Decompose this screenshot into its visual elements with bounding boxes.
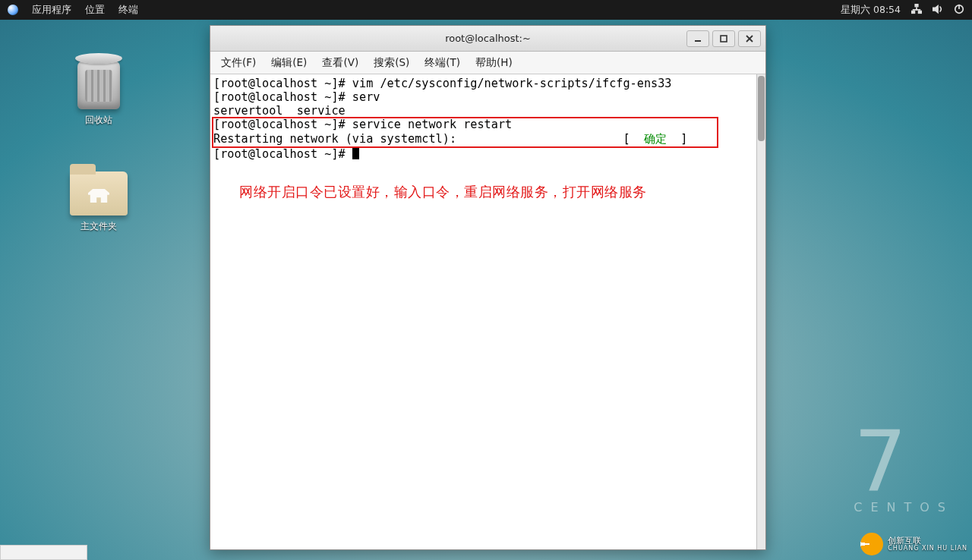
centos-version: 7 — [854, 429, 954, 496]
centos-branding: 7 CENTOS — [854, 429, 954, 514]
minimize-button[interactable] — [686, 30, 709, 47]
menu-view[interactable]: 查看(V) — [317, 56, 363, 70]
term-line-2: [root@localhost ~]# serv — [213, 90, 380, 104]
terminal-window: root@localhost:~ 文件(F) 编辑(E) 查看(V) 搜索(S)… — [210, 25, 766, 550]
terminal-content[interactable]: [root@localhost ~]# vim /etc/sysconfig/n… — [210, 74, 765, 549]
home-folder-label: 主文件夹 — [61, 220, 137, 233]
window-title: root@localhost:~ — [445, 33, 531, 44]
annotation-text: 网络开启口令已设置好，输入口令，重启网络服务，打开网络服务 — [239, 183, 647, 201]
menu-applications[interactable]: 应用程序 — [32, 4, 71, 17]
scrollbar-thumb[interactable] — [758, 76, 765, 141]
term-line-5a: Restarting network (via systemctl): [ — [213, 132, 644, 146]
term-line-6: [root@localhost ~]# — [213, 147, 352, 161]
centos-name: CENTOS — [854, 500, 954, 514]
svg-rect-9 — [721, 36, 727, 42]
close-button[interactable] — [738, 30, 761, 47]
folder-icon — [70, 171, 128, 216]
watermark-text: 创新互联 — [888, 536, 967, 546]
power-icon[interactable] — [954, 4, 964, 17]
clock[interactable]: 星期六 08:54 — [841, 4, 901, 17]
trash-icon — [77, 61, 120, 109]
svg-rect-0 — [914, 4, 918, 7]
term-line-5b: ] — [667, 132, 687, 146]
trash-desktop-icon[interactable]: 回收站 — [61, 61, 137, 127]
term-line-3: servertool service — [213, 104, 346, 118]
window-titlebar[interactable]: root@localhost:~ — [210, 26, 765, 52]
window-menubar: 文件(F) 编辑(E) 查看(V) 搜索(S) 终端(T) 帮助(H) — [210, 52, 765, 74]
svg-rect-7 — [958, 4, 960, 8]
menu-help[interactable]: 帮助(H) — [471, 56, 517, 70]
menu-terminal[interactable]: 终端 — [118, 4, 138, 17]
top-panel: 应用程序 位置 终端 星期六 08:54 — [0, 0, 972, 20]
svg-marker-5 — [933, 4, 939, 13]
svg-rect-2 — [918, 10, 922, 13]
menu-file[interactable]: 文件(F) — [216, 56, 260, 70]
menu-terminal-sub[interactable]: 终端(T) — [420, 56, 465, 70]
trash-label: 回收站 — [61, 114, 137, 127]
term-ok: 确定 — [644, 132, 667, 146]
maximize-button[interactable] — [712, 30, 735, 47]
menu-edit[interactable]: 编辑(E) — [267, 56, 311, 70]
svg-rect-4 — [913, 9, 921, 11]
watermark-subtext: CHUANG XIN HU LIAN — [888, 546, 967, 552]
home-folder-desktop-icon[interactable]: 主文件夹 — [61, 171, 137, 233]
activities-logo-icon[interactable] — [8, 5, 18, 15]
network-icon[interactable] — [911, 4, 922, 17]
svg-rect-1 — [911, 10, 915, 13]
watermark-logo-icon — [860, 533, 883, 555]
volume-icon[interactable] — [933, 4, 943, 17]
terminal-cursor — [352, 147, 359, 159]
terminal-scrollbar[interactable] — [756, 74, 765, 549]
svg-rect-8 — [695, 40, 701, 42]
menu-search[interactable]: 搜索(S) — [369, 56, 414, 70]
menu-places[interactable]: 位置 — [85, 4, 105, 17]
bottom-taskbar-fragment — [0, 545, 87, 560]
term-line-4: [root@localhost ~]# service network rest… — [213, 118, 512, 131]
term-line-1: [root@localhost ~]# vim /etc/sysconfig/n… — [213, 77, 671, 90]
watermark: 创新互联 CHUANG XIN HU LIAN — [860, 533, 967, 555]
